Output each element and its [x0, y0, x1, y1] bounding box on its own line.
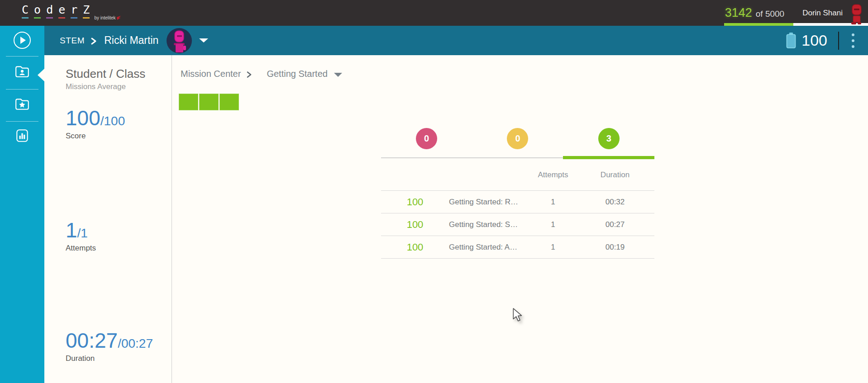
breadcrumb-getting-started[interactable]: Getting Started	[267, 69, 328, 79]
duration-value: 00:27	[66, 329, 118, 352]
table-rows: 100 Getting Started: R… 1 00:32 100 Gett…	[381, 191, 654, 259]
sidebar-item-reports[interactable]	[14, 128, 30, 145]
sidebar-divider	[6, 89, 38, 90]
row-mission-name: Getting Started: S…	[449, 220, 530, 229]
sidebar-item-missions[interactable]	[14, 97, 30, 113]
row-attempts: 1	[530, 243, 576, 252]
status-tabs: 0 0 3	[381, 128, 654, 149]
row-score: 100	[381, 241, 449, 253]
logo-letter: r	[71, 4, 77, 19]
row-score: 100	[381, 196, 449, 208]
attempts-value-line: 1/1	[66, 220, 96, 241]
quota-value: 3142	[725, 6, 752, 20]
bar-chart-icon	[14, 128, 30, 143]
row-duration: 00:19	[576, 243, 654, 252]
quota-progress-fill	[724, 23, 793, 26]
kebab-menu-icon[interactable]	[850, 32, 856, 50]
logo-letter: d	[46, 4, 53, 19]
header-right: 100	[785, 32, 856, 50]
progress-block	[219, 94, 239, 110]
battery-value: 100	[801, 32, 827, 49]
logo-letter: o	[34, 4, 41, 19]
table-row[interactable]: 100 Getting Started: A… 1 00:19	[381, 236, 654, 259]
progress-block	[179, 94, 198, 110]
logo-byline-wrap: by intelitek	[94, 14, 121, 22]
quota-of-label: of 5000	[756, 9, 784, 19]
main-column: STEM Ricki Martin	[44, 26, 868, 383]
folder-user-icon	[14, 65, 30, 78]
row-duration: 00:32	[576, 198, 654, 207]
row-attempts: 1	[530, 220, 576, 229]
topbar-user-name[interactable]: Dorin Shani	[802, 9, 843, 18]
screen: CoderZ by intelitek 3142 of 5000 Dorin S…	[0, 0, 868, 383]
student-avatar[interactable]	[167, 28, 192, 53]
topbar-right: 3142 of 5000 Dorin Shani	[725, 6, 843, 20]
metric-score: 100/100 Score	[66, 108, 125, 141]
header: STEM Ricki Martin	[44, 26, 868, 55]
intelitek-logo-mark	[117, 14, 121, 22]
table-header-row: Attempts Duration	[381, 159, 654, 191]
stats-panel: Student / Class Missions Average 100/100…	[44, 55, 172, 383]
table-row[interactable]: 100 Getting Started: S… 1 00:27	[381, 213, 654, 236]
sidebar-divider	[6, 121, 38, 122]
duration-label: Duration	[66, 354, 153, 363]
mission-breadcrumb: Mission Center Getting Started	[181, 69, 342, 79]
duration-value-line: 00:27/00:27	[66, 330, 153, 351]
logo-letters: CoderZ	[22, 4, 90, 19]
battery-icon	[785, 32, 797, 49]
chevron-right-icon	[91, 37, 97, 45]
score-value-line: 100/100	[66, 108, 125, 128]
progress-block	[199, 94, 219, 110]
breadcrumb-class[interactable]: STEM	[60, 36, 85, 46]
sidebar	[0, 26, 44, 383]
sidebar-selected-notch	[38, 69, 44, 81]
mouse-cursor	[510, 307, 524, 322]
app-row: STEM Ricki Martin	[0, 26, 868, 383]
row-mission-name: Getting Started: A…	[449, 243, 530, 252]
mission-results-panel: 0 0 3	[381, 128, 654, 259]
in-progress-count-badge: 0	[507, 128, 528, 149]
breadcrumb-mission-center[interactable]: Mission Center	[181, 69, 241, 79]
row-attempts: 1	[530, 198, 576, 207]
pink-robot-avatar-icon	[169, 29, 189, 52]
quota-progress-bar	[724, 23, 868, 26]
user-avatar[interactable]	[848, 3, 865, 27]
column-header-duration: Duration	[576, 170, 654, 180]
student-dropdown-caret-icon[interactable]	[199, 38, 208, 43]
completed-count-badge: 3	[598, 128, 620, 149]
logo-letter: Z	[83, 4, 90, 19]
mission-dropdown-caret-icon[interactable]	[334, 73, 342, 77]
tab-failed[interactable]: 0	[381, 128, 472, 149]
folder-star-icon	[14, 97, 30, 111]
tab-underline-track	[381, 156, 654, 159]
main-area: Mission Center Getting Started 0	[172, 55, 868, 383]
logo-byline: by intelitek	[94, 15, 115, 20]
stats-head: Student / Class Missions Average	[66, 67, 145, 91]
mission-progress-blocks	[179, 94, 239, 110]
play-button[interactable]	[13, 31, 32, 52]
content: Student / Class Missions Average 100/100…	[44, 55, 868, 383]
attempts-total: /1	[77, 226, 88, 240]
row-score: 100	[381, 219, 449, 231]
stats-title: Student / Class	[66, 67, 145, 81]
topbar: CoderZ by intelitek 3142 of 5000 Dorin S…	[0, 0, 868, 26]
stats-subtitle: Missions Average	[66, 82, 145, 91]
attempts-label: Attempts	[66, 244, 96, 253]
tab-completed[interactable]: 3	[563, 128, 654, 149]
score-total: /100	[100, 114, 125, 128]
sidebar-divider	[6, 56, 38, 57]
tab-in-progress[interactable]: 0	[472, 128, 563, 149]
row-mission-name: Getting Started: R…	[449, 198, 530, 207]
play-icon	[13, 31, 32, 50]
score-value: 100	[66, 106, 100, 130]
chevron-right-icon	[246, 71, 252, 78]
sidebar-item-student-class[interactable]	[14, 65, 30, 80]
metric-duration: 00:27/00:27 Duration	[66, 330, 153, 363]
failed-count-badge: 0	[416, 128, 437, 149]
score-label: Score	[66, 132, 125, 141]
metric-attempts: 1/1 Attempts	[66, 220, 96, 253]
quota-counter: 3142 of 5000	[725, 6, 784, 20]
breadcrumb-student[interactable]: Ricki Martin	[104, 34, 158, 47]
coderz-logo[interactable]: CoderZ by intelitek	[22, 4, 121, 22]
table-row[interactable]: 100 Getting Started: R… 1 00:32	[381, 191, 654, 213]
